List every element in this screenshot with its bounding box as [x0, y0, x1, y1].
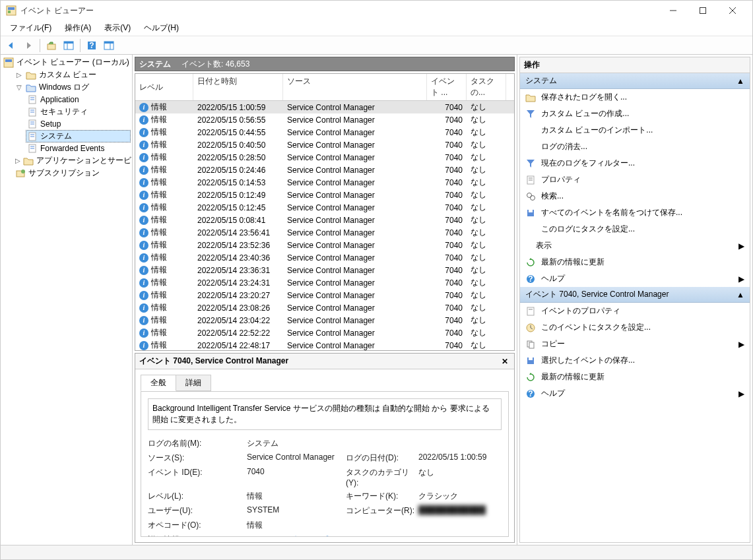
- table-row[interactable]: i情報2022/05/14 23:24:31Service Control Ma…: [135, 276, 514, 289]
- collapse-icon[interactable]: ▲: [737, 290, 744, 299]
- col-level[interactable]: レベル: [135, 74, 193, 100]
- expander-icon[interactable]: ▷: [15, 71, 23, 79]
- action-help2[interactable]: ?ヘルプ▶: [520, 385, 750, 402]
- table-row[interactable]: i情報2022/05/14 23:20:27Service Control Ma…: [135, 289, 514, 301]
- table-row[interactable]: i情報2022/05/14 23:36:31Service Control Ma…: [135, 264, 514, 276]
- up-button[interactable]: [44, 38, 59, 53]
- tree-forwarded[interactable]: Forwarded Events: [26, 142, 131, 154]
- action-clear-log[interactable]: ログの消去...: [520, 139, 750, 155]
- action-refresh2[interactable]: 最新の情報に更新: [520, 369, 750, 385]
- folder-icon: [26, 70, 36, 80]
- search-icon: [525, 191, 536, 202]
- table-row[interactable]: i情報2022/05/15 0:12:45Service Control Man…: [135, 201, 514, 214]
- copy-icon: [525, 339, 536, 350]
- submenu-arrow-icon: ▶: [738, 389, 744, 398]
- table-row[interactable]: i情報2022/05/14 22:48:17Service Control Ma…: [135, 339, 514, 351]
- app-icon: [6, 5, 16, 16]
- action-create-custom[interactable]: カスタム ビューの作成...: [520, 106, 750, 122]
- action-import-custom[interactable]: カスタム ビューのインポート...: [520, 122, 750, 139]
- info-icon: i: [139, 316, 148, 325]
- tree-root[interactable]: イベント ビューアー (ローカル): [2, 56, 131, 69]
- action-attach-task[interactable]: このログにタスクを設定...: [520, 221, 750, 237]
- expander-icon[interactable]: ▽: [15, 84, 23, 92]
- tree-pane[interactable]: イベント ビューアー (ローカル) ▷ カスタム ビュー ▽ Windows ロ…: [1, 55, 133, 545]
- table-row[interactable]: i情報2022/05/15 0:28:50Service Control Man…: [135, 151, 514, 164]
- link-eventlog-help[interactable]: イベント ログのヘルプ: [247, 535, 328, 537]
- minimize-button[interactable]: [658, 1, 688, 20]
- action-attach-task-event[interactable]: このイベントにタスクを設定...: [520, 319, 750, 336]
- svg-rect-7: [48, 44, 55, 49]
- table-row[interactable]: i情報2022/05/14 23:08:26Service Control Ma…: [135, 301, 514, 314]
- col-task[interactable]: タスクの...: [467, 74, 506, 100]
- action-section-event[interactable]: イベント 7040, Service Control Manager ▲: [520, 287, 750, 303]
- help-button[interactable]: ?: [84, 38, 100, 53]
- show-hide-tree-button[interactable]: [61, 38, 77, 53]
- show-hide-actions-button[interactable]: [101, 38, 117, 53]
- expander-icon[interactable]: ▷: [15, 157, 20, 165]
- col-id[interactable]: イベント ...: [427, 74, 467, 100]
- info-icon: i: [139, 291, 148, 300]
- tree-subscriptions[interactable]: サブスクリプション: [14, 167, 131, 179]
- action-copy[interactable]: コピー▶: [520, 336, 750, 352]
- detail-tabs: 全般 詳細: [135, 369, 514, 391]
- table-row[interactable]: i情報2022/05/15 0:40:50Service Control Man…: [135, 139, 514, 151]
- table-row[interactable]: i情報2022/05/14 22:52:22Service Control Ma…: [135, 327, 514, 339]
- action-help[interactable]: ?ヘルプ▶: [520, 270, 750, 287]
- table-row[interactable]: i情報2022/05/14 23:56:41Service Control Ma…: [135, 226, 514, 239]
- tab-detail[interactable]: 詳細: [176, 375, 211, 391]
- close-button[interactable]: [717, 1, 747, 20]
- tab-general[interactable]: 全般: [141, 375, 176, 391]
- svg-text:?: ?: [528, 274, 533, 284]
- table-row[interactable]: i情報2022/05/14 23:04:22Service Control Ma…: [135, 314, 514, 327]
- action-event-props[interactable]: イベントのプロパティ: [520, 303, 750, 319]
- tree-application[interactable]: Application: [26, 94, 131, 106]
- table-row[interactable]: i情報2022/05/15 0:44:55Service Control Man…: [135, 126, 514, 139]
- action-properties[interactable]: プロパティ: [520, 171, 750, 188]
- tree-app-services[interactable]: ▷ アプリケーションとサービス ログ: [14, 154, 131, 167]
- table-row[interactable]: i情報2022/05/15 0:24:46Service Control Man…: [135, 164, 514, 176]
- titlebar: イベント ビューアー: [1, 1, 752, 20]
- action-section-system[interactable]: システム ▲: [520, 73, 750, 89]
- menu-file[interactable]: ファイル(F): [3, 21, 58, 35]
- menu-action[interactable]: 操作(A): [58, 21, 98, 35]
- action-open-saved[interactable]: 保存されたログを開く...: [520, 89, 750, 106]
- table-row[interactable]: i情報2022/05/15 0:14:53Service Control Man…: [135, 176, 514, 189]
- event-count: イベント数: 46,653: [181, 59, 249, 70]
- action-view[interactable]: 表示▶: [520, 237, 750, 254]
- tree-system[interactable]: システム: [26, 130, 131, 142]
- event-grid[interactable]: レベル 日付と時刻 ソース イベント ... タスクの... i情報2022/0…: [135, 73, 515, 351]
- menu-help[interactable]: ヘルプ(H): [137, 21, 185, 35]
- action-refresh[interactable]: 最新の情報に更新: [520, 254, 750, 270]
- tree-custom-views[interactable]: ▷ カスタム ビュー: [14, 69, 131, 81]
- action-save-selected[interactable]: 選択したイベントの保存...: [520, 352, 750, 369]
- label-level: レベル(L):: [148, 491, 247, 502]
- tree-setup[interactable]: Setup: [26, 118, 131, 130]
- menu-view[interactable]: 表示(V): [98, 21, 137, 35]
- info-icon: i: [139, 153, 148, 162]
- toolbar-separator: [40, 39, 40, 52]
- forward-button[interactable]: [20, 38, 36, 53]
- table-row[interactable]: i情報2022/05/15 0:56:55Service Control Man…: [135, 113, 514, 126]
- table-row[interactable]: i情報2022/05/14 23:40:36Service Control Ma…: [135, 251, 514, 264]
- tree-label: Application: [40, 95, 79, 104]
- col-source[interactable]: ソース: [283, 74, 427, 100]
- col-date[interactable]: 日付と時刻: [193, 74, 283, 100]
- action-save-all[interactable]: すべてのイベントを名前をつけて保存...: [520, 204, 750, 221]
- tree-windows-logs[interactable]: ▽ Windows ログ: [14, 81, 131, 94]
- window-title: イベント ビューアー: [20, 5, 658, 16]
- tree-security[interactable]: セキュリティ: [26, 106, 131, 118]
- collapse-icon[interactable]: ▲: [737, 77, 744, 86]
- action-search[interactable]: 検索...: [520, 188, 750, 204]
- info-icon: i: [139, 203, 148, 212]
- table-row[interactable]: i情報2022/05/15 0:12:49Service Control Man…: [135, 189, 514, 201]
- table-row[interactable]: i情報2022/05/15 1:00:59Service Control Man…: [135, 101, 514, 113]
- maximize-button[interactable]: [688, 1, 717, 20]
- action-filter[interactable]: 現在のログをフィルター...: [520, 155, 750, 171]
- back-button[interactable]: [3, 38, 19, 53]
- svg-rect-17: [5, 59, 12, 62]
- table-row[interactable]: i情報2022/05/14 23:52:36Service Control Ma…: [135, 239, 514, 251]
- table-row[interactable]: i情報2022/05/15 0:08:41Service Control Man…: [135, 214, 514, 226]
- detail-close-button[interactable]: ✕: [500, 356, 510, 367]
- event-description: Background Intelligent Transfer Service …: [148, 398, 502, 430]
- filter-new-icon: [525, 109, 536, 119]
